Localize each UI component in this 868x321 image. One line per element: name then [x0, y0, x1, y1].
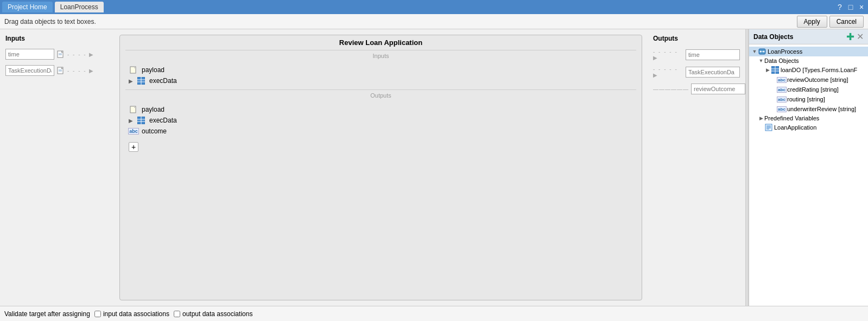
task-input-execdata: ▶ execData: [129, 75, 633, 86]
task-output-outcome: abc outcome: [129, 126, 633, 137]
output-associations-label: output data associations: [182, 310, 252, 318]
maximize-icon[interactable]: □: [846, 3, 855, 11]
loanapplication-label: LoanApplication: [774, 124, 816, 131]
inputs-section-label: Inputs: [125, 50, 636, 61]
center-panel: Review Loan Application Inputs payload ▶: [114, 29, 648, 306]
cancel-button[interactable]: Cancel: [829, 16, 864, 28]
toolbar-instruction: Drag data objects to text boxes.: [4, 18, 797, 25]
execdata-in-expander[interactable]: ▶: [129, 78, 133, 84]
execdata-out-expander[interactable]: ▶: [129, 118, 133, 124]
task-output-payload: payload: [129, 104, 633, 115]
task-outputs: payload ▶ execData: [120, 101, 642, 140]
outputs-title: Outputs: [653, 35, 740, 42]
task-out-input[interactable]: [686, 67, 740, 78]
svg-point-21: [760, 51, 762, 53]
task-output-execdata: ▶ execData: [129, 115, 633, 126]
app-header: Project Home LoanProcess ? □ ×: [0, 0, 868, 14]
time-dashed-line: - - - - ▶: [67, 52, 94, 57]
inputs-title: Inputs: [5, 35, 109, 42]
tab-loan-process[interactable]: LoanProcess: [55, 2, 104, 12]
toolbar: Drag data objects to text boxes. Apply C…: [0, 14, 868, 29]
execdata-out-icon: [136, 117, 146, 124]
creditrating-icon: abc: [777, 86, 786, 93]
task-input-payload: payload: [129, 65, 633, 75]
tree-node-reviewoutcome[interactable]: abc reviewOutcome [string]: [749, 75, 868, 85]
taskexecution-dashed-line: - - - - ▶: [67, 68, 94, 74]
tree-node-data-objects-group[interactable]: ▼ Data Objects: [749, 56, 868, 65]
outcome-out-label: outcome: [142, 127, 167, 135]
output-associations-checkbox[interactable]: [174, 311, 180, 317]
outputs-section-label: Outputs: [125, 89, 636, 101]
reviewoutcome-icon: abc: [777, 76, 786, 84]
time-input[interactable]: [5, 49, 54, 60]
task-title: Review Loan Application: [120, 35, 642, 50]
loanapplication-icon: [764, 124, 773, 131]
data-objects-title: Data Objects: [753, 33, 846, 41]
svg-point-22: [763, 51, 765, 53]
tree-node-creditrating[interactable]: abc creditRating [string]: [749, 85, 868, 94]
underwriterreview-label: underwriterReview [string]: [787, 106, 856, 112]
data-objects-group-label: Data Objects: [764, 57, 799, 64]
data-objects-group-expander: ▼: [758, 58, 764, 63]
time-doc-icon: [56, 50, 65, 59]
taskexecution-input[interactable]: [5, 65, 54, 76]
apply-button[interactable]: Apply: [797, 16, 827, 28]
creditrating-label: creditRating [string]: [787, 86, 839, 93]
predefined-vars-label: Predefined Variables: [764, 115, 819, 121]
loanprocess-label: LoanProcess: [768, 48, 802, 55]
routing-icon: abc: [777, 95, 786, 103]
tab-project-home[interactable]: Project Home: [2, 2, 53, 12]
tree-node-predefined-vars[interactable]: ▶ Predefined Variables: [749, 114, 868, 123]
reviewoutcome-label: reviewOutcome [string]: [787, 76, 848, 83]
loando-label: loanDO [Types.Forms.LoanF: [781, 67, 857, 73]
inputs-panel: Inputs - - - - ▶ - - - - ▶: [0, 29, 114, 306]
task-box: Review Loan Application Inputs payload ▶: [119, 35, 642, 300]
tree-node-loando[interactable]: ▶ loanDO [Types.Forms.LoanF: [749, 65, 868, 75]
close-icon[interactable]: ×: [857, 3, 866, 11]
underwriterreview-icon: abc: [777, 105, 786, 113]
validate-label: Validate target after assigning: [4, 310, 90, 318]
execdata-in-label: execData: [149, 77, 177, 85]
svg-rect-28: [765, 124, 772, 131]
data-objects-panel: Data Objects ✚ ✕ ▼ LoanProcess ▼ Data Ob…: [749, 29, 868, 306]
input-associations-label: input data associations: [103, 310, 169, 318]
tree-node-underwriterreview[interactable]: abc underwriterReview [string]: [749, 104, 868, 114]
tree-node-routing[interactable]: abc routing [string]: [749, 94, 868, 104]
data-objects-tree: ▼ LoanProcess ▼ Data Objects ▶: [749, 44, 868, 306]
output-row-review: ——————: [653, 84, 740, 94]
payload-out-label: payload: [142, 106, 164, 113]
loando-icon: [771, 66, 780, 74]
tree-node-loanapplication[interactable]: LoanApplication: [749, 123, 868, 132]
data-objects-close-icon[interactable]: ✕: [857, 31, 864, 42]
payload-in-label: payload: [142, 66, 164, 74]
bottom-bar: Validate target after assigning input da…: [0, 306, 868, 321]
header-icons: ? □ ×: [835, 3, 866, 11]
input-associations-checkbox[interactable]: [94, 311, 101, 317]
predefined-vars-expander: ▶: [758, 115, 764, 121]
task-out-dashed: - - - - - ▶: [653, 66, 683, 78]
input-row-time: - - - - ▶: [5, 49, 109, 60]
data-objects-add-icon[interactable]: ✚: [846, 31, 854, 43]
outcome-out-icon: abc: [129, 128, 138, 134]
loando-expander: ▶: [764, 67, 771, 73]
tree-node-loanprocess[interactable]: ▼ LoanProcess: [749, 47, 868, 56]
add-output-button[interactable]: +: [129, 142, 138, 152]
help-icon[interactable]: ?: [835, 3, 844, 11]
output-associations-checkbox-item: output data associations: [174, 310, 252, 318]
main-layout: Inputs - - - - ▶ - - - - ▶ Review Loan A…: [0, 29, 868, 306]
review-out-line: ——————: [653, 86, 689, 92]
task-inputs: payload ▶ execData: [120, 61, 642, 89]
input-associations-checkbox-item: input data associations: [94, 310, 169, 318]
time-out-input[interactable]: [686, 49, 740, 60]
taskexecution-doc-icon: [56, 66, 65, 75]
loanprocess-icon: [758, 48, 766, 55]
execdata-in-icon: [136, 77, 146, 85]
toolbar-buttons: Apply Cancel: [797, 16, 864, 28]
loanprocess-expander: ▼: [751, 49, 758, 54]
execdata-out-label: execData: [149, 117, 177, 124]
payload-in-icon: [129, 66, 138, 74]
review-out-input[interactable]: [691, 84, 745, 94]
outputs-panel: Outputs - - - - - ▶ - - - - - ▶ ——————: [648, 29, 745, 306]
input-row-taskexecution: - - - - ▶: [5, 65, 109, 76]
payload-out-icon: [129, 106, 138, 113]
